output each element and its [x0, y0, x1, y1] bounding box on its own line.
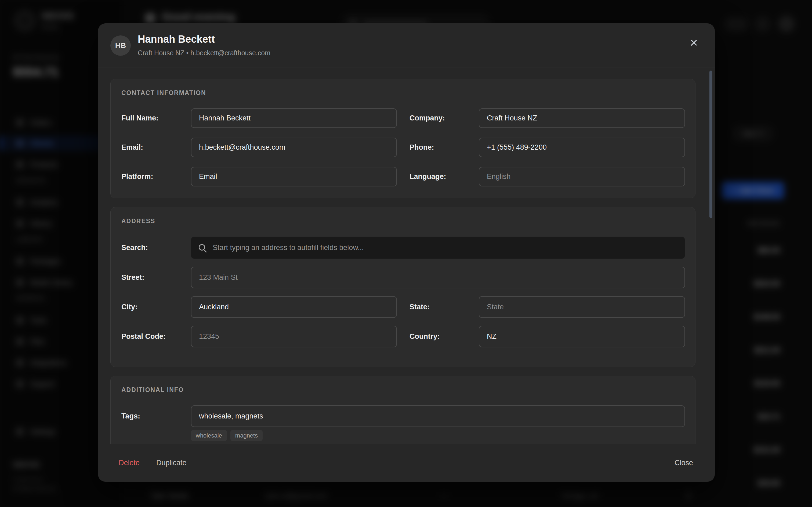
- tag-chip: wholesale: [191, 430, 227, 441]
- search-icon: [198, 243, 207, 252]
- language-input[interactable]: English: [479, 167, 685, 186]
- phone-input[interactable]: +1 (555) 489-2200: [479, 137, 685, 157]
- country-input[interactable]: NZ: [479, 326, 685, 347]
- client-details-modal: HB Hannah Beckett Craft House NZ • h.bec…: [98, 23, 715, 482]
- address-section-title: ADDRESS: [121, 218, 684, 225]
- tags-input[interactable]: wholesale, magnets: [191, 405, 685, 427]
- company-label: Company:: [397, 114, 479, 122]
- city-input[interactable]: Auckland: [191, 296, 397, 318]
- client-subtitle: Craft House NZ • h.beckett@crafthouse.co…: [138, 49, 270, 57]
- address-search-input[interactable]: Start typing an address to autofill fiel…: [191, 237, 685, 259]
- platform-label: Platform:: [121, 172, 191, 181]
- email-label: Email:: [121, 143, 191, 152]
- full-name-label: Full Name:: [121, 114, 191, 122]
- street-input[interactable]: 123 Main St: [191, 267, 685, 288]
- platform-input[interactable]: Email: [191, 167, 397, 186]
- address-search-placeholder: Start typing an address to autofill fiel…: [213, 243, 364, 252]
- client-avatar: HB: [110, 36, 131, 56]
- full-name-input[interactable]: Hannah Beckett: [191, 108, 397, 128]
- tag-chip: magnets: [231, 430, 263, 441]
- client-name-title: Hannah Beckett: [138, 34, 215, 45]
- postal-code-label: Postal Code:: [121, 332, 191, 341]
- address-search-label: Search:: [121, 243, 191, 252]
- postal-code-input[interactable]: 12345: [191, 326, 397, 347]
- phone-label: Phone:: [397, 143, 479, 152]
- street-label: Street:: [121, 273, 191, 282]
- modal-footer: Delete Duplicate Close: [98, 444, 715, 482]
- city-label: City:: [121, 303, 191, 311]
- app-root: VEVVO Studio All Time Revenue $554.71 Or…: [0, 0, 812, 507]
- modal-header: HB Hannah Beckett Craft House NZ • h.bec…: [98, 23, 715, 68]
- state-label: State:: [397, 303, 479, 311]
- address-section: ADDRESS Search: Start typing an address …: [110, 207, 696, 367]
- duplicate-button[interactable]: Duplicate: [156, 459, 187, 467]
- additional-info-section: ADDITIONAL INFO Tags: wholesale, magnets…: [110, 376, 696, 444]
- tag-chip-list: wholesale magnets: [191, 430, 684, 441]
- additional-section-title: ADDITIONAL INFO: [121, 386, 684, 394]
- country-label: Country:: [397, 332, 479, 341]
- email-input[interactable]: h.beckett@crafthouse.com: [191, 137, 397, 157]
- modal-scroll-body: CONTACT INFORMATION Full Name: Hannah Be…: [98, 68, 715, 444]
- contact-section-title: CONTACT INFORMATION: [121, 89, 684, 97]
- language-label: Language:: [397, 172, 479, 181]
- delete-button[interactable]: Delete: [119, 459, 140, 467]
- close-icon[interactable]: ×: [685, 34, 702, 51]
- state-input[interactable]: State: [479, 296, 685, 318]
- close-button[interactable]: Close: [674, 459, 693, 467]
- tags-label: Tags:: [121, 412, 191, 420]
- contact-information-section: CONTACT INFORMATION Full Name: Hannah Be…: [110, 79, 696, 198]
- company-input[interactable]: Craft House NZ: [479, 108, 685, 128]
- modal-scrollbar[interactable]: [709, 70, 712, 218]
